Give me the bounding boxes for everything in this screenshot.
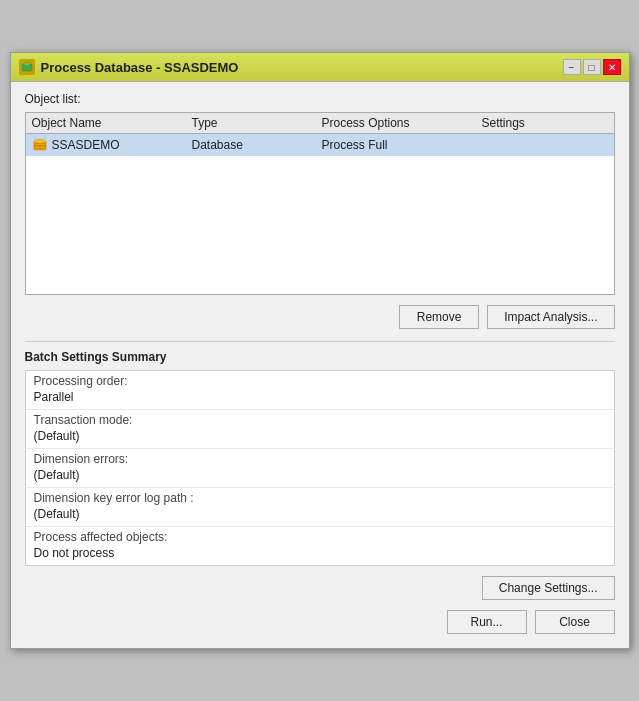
cell-process-options: Process Full [322,138,482,152]
processing-order-row: Processing order: Parallel [26,371,614,410]
dimension-errors-row: Dimension errors: (Default) [26,449,614,488]
process-affected-row: Process affected objects: Do not process [26,527,614,565]
run-button[interactable]: Run... [447,610,527,634]
remove-button[interactable]: Remove [399,305,479,329]
dim-key-error-row: Dimension key error log path : (Default) [26,488,614,527]
cell-name: SSASDEMO [32,137,192,153]
table-row[interactable]: SSASDEMO Database Process Full [26,134,614,156]
close-button[interactable]: Close [535,610,615,634]
table-body: SSASDEMO Database Process Full [26,134,614,294]
transaction-mode-label: Transaction mode: [34,413,606,427]
processing-order-label: Processing order: [34,374,606,388]
process-affected-value: Do not process [34,544,606,562]
table-header: Object Name Type Process Options Setting… [26,113,614,134]
svg-point-1 [24,63,30,66]
impact-analysis-button[interactable]: Impact Analysis... [487,305,614,329]
dimension-errors-value: (Default) [34,466,606,484]
bottom-button-row: Run... Close [25,610,615,634]
object-list-label: Object list: [25,92,615,106]
top-button-row: Remove Impact Analysis... [25,305,615,329]
object-table: Object Name Type Process Options Setting… [25,112,615,295]
settings-area: Processing order: Parallel Transaction m… [25,370,615,566]
main-window: Process Database - SSASDEMO − □ ✕ Object… [10,52,630,649]
col-header-process-options: Process Options [322,116,482,130]
window-title: Process Database - SSASDEMO [41,60,239,75]
database-icon [32,137,48,153]
process-affected-label: Process affected objects: [34,530,606,544]
col-header-type: Type [192,116,322,130]
dimension-errors-label: Dimension errors: [34,452,606,466]
title-bar-left: Process Database - SSASDEMO [19,59,239,75]
minimize-button[interactable]: − [563,59,581,75]
window-body: Object list: Object Name Type Process Op… [11,82,629,648]
title-bar: Process Database - SSASDEMO − □ ✕ [11,53,629,82]
cell-type: Database [192,138,322,152]
transaction-mode-value: (Default) [34,427,606,445]
batch-settings-section: Batch Settings Summary Processing order:… [25,341,615,566]
batch-settings-title: Batch Settings Summary [25,350,615,364]
col-header-name: Object Name [32,116,192,130]
title-buttons: − □ ✕ [563,59,621,75]
window-icon [19,59,35,75]
dim-key-error-label: Dimension key error log path : [34,491,606,505]
transaction-mode-row: Transaction mode: (Default) [26,410,614,449]
close-window-button[interactable]: ✕ [603,59,621,75]
dim-key-error-value: (Default) [34,505,606,523]
change-settings-row: Change Settings... [25,576,615,600]
restore-button[interactable]: □ [583,59,601,75]
change-settings-button[interactable]: Change Settings... [482,576,615,600]
col-header-settings: Settings [482,116,608,130]
processing-order-value: Parallel [34,388,606,406]
